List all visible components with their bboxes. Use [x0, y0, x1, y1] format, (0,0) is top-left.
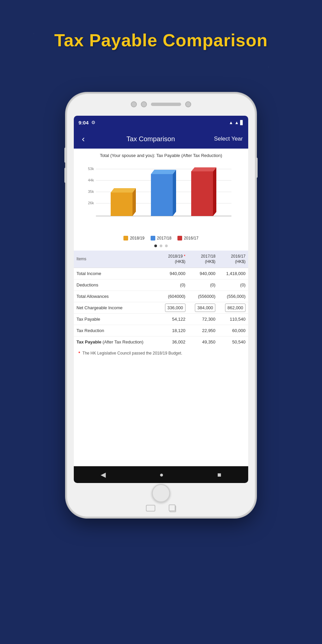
cell-allowances-2018: (604000) — [158, 291, 188, 302]
cell-allowances-2017: (556000) — [188, 291, 218, 302]
phone-bottom-bar — [146, 504, 176, 512]
page-dot-2[interactable] — [160, 245, 162, 247]
table-row: Net Chargeable Income 336,000 384,000 86… — [74, 302, 248, 314]
status-time: 9:04 — [78, 120, 89, 125]
power-button[interactable] — [255, 158, 258, 178]
highlighted-value-2016: 862,000 — [225, 304, 246, 312]
select-year-button[interactable]: Select Year — [214, 136, 243, 142]
legend-item-2016: 2016/17 — [177, 236, 198, 240]
legend-item-2018: 2018/19 — [123, 236, 144, 240]
cell-net-chargeable-2017: 384,000 — [188, 302, 218, 314]
cell-total-income-2016: 1,418,000 — [218, 268, 248, 279]
cell-tax-payable-2018: 54,122 — [158, 314, 188, 325]
cell-tax-reduction-2016: 60,000 — [218, 325, 248, 336]
svg-text:35k: 35k — [88, 190, 94, 194]
status-right: ▲ ▲ ▊ — [229, 120, 244, 125]
col-header-2016: 2016/17(HK$) — [218, 251, 248, 268]
page-dot-3[interactable] — [165, 245, 168, 247]
legend-color-2016 — [177, 236, 182, 240]
asterisk-marker: * — [184, 254, 185, 259]
volume-down-button[interactable] — [64, 168, 67, 183]
nav-back-button[interactable]: ◀ — [101, 471, 106, 479]
phone-mockup: 9:04 ⚙ ▲ ▲ ▊ ‹ Tax Comparison Select Yea… — [67, 94, 255, 517]
status-left: 9:04 ⚙ — [78, 120, 96, 125]
row-label-after-reduction: Tax Payable (After Tax Reduction) — [74, 336, 158, 348]
svg-text:44k: 44k — [88, 178, 94, 182]
cell-tax-payable-2016: 110,540 — [218, 314, 248, 325]
bar-2016-17-top — [191, 167, 216, 171]
nav-home-button[interactable]: ● — [159, 471, 163, 479]
cell-deductions-2017: (0) — [188, 279, 218, 291]
phone-back-btn — [169, 504, 176, 512]
cell-tax-reduction-2018: 18,120 — [158, 325, 188, 336]
cell-tax-payable-2017: 72,300 — [188, 314, 218, 325]
header-title: Tax Comparison — [126, 135, 175, 143]
volume-up-button[interactable] — [64, 148, 67, 163]
row-label-tax-reduction: Tax Reduction — [74, 325, 158, 336]
legend-color-2018 — [123, 236, 128, 240]
table-row: Total Allowances (604000) (556000) (556,… — [74, 291, 248, 302]
svg-text:53k: 53k — [88, 167, 94, 171]
cell-after-reduction-2016: 50,540 — [218, 336, 248, 348]
row-label-tax-payable: Tax Payable — [74, 314, 158, 325]
app-header: ‹ Tax Comparison Select Year — [74, 129, 248, 149]
nav-recent-button[interactable]: ■ — [217, 471, 221, 479]
bar-2018-19-side — [132, 188, 136, 216]
pagination-dots — [74, 243, 248, 251]
cell-tax-reduction-2017: 22,950 — [188, 325, 218, 336]
phone-speaker — [151, 103, 181, 106]
cell-after-reduction-2017: 49,350 — [188, 336, 218, 348]
bar-2017-18 — [151, 174, 173, 216]
table-row: Total Income 940,000 940,000 1,418,000 — [74, 268, 248, 279]
table-header-row: Items 2018/19 *(HK$) 2017/18(HK$) 2016/1… — [74, 251, 248, 268]
bar-chart: 53k 44k 35k 26k — [80, 164, 241, 228]
phone-top-bar — [131, 101, 191, 107]
highlighted-value-2018: 336,000 — [165, 304, 185, 312]
bar-2018-19-top — [111, 188, 136, 193]
phone-recent-btn — [146, 505, 155, 512]
col-subheader-2016: (HK$) — [235, 259, 246, 264]
legend-color-2017 — [151, 236, 155, 240]
legend-item-2017: 2017/18 — [151, 236, 171, 240]
footnote: * The HK Legislative Council passed the … — [74, 347, 248, 360]
bar-2017-18-side — [173, 170, 176, 216]
battery-icon: ▊ — [240, 120, 244, 125]
svg-text:26k: 26k — [88, 201, 94, 205]
bar-2016-17 — [191, 171, 213, 216]
page-title: Tax Payable Comparison — [0, 30, 322, 50]
bar-2017-18-top — [151, 170, 176, 174]
cell-deductions-2018: (0) — [158, 279, 188, 291]
table-row: Tax Payable 54,122 72,300 110,540 — [74, 314, 248, 325]
wifi-icon: ▲ — [229, 120, 233, 125]
footnote-text: The HK Legislative Council passed the 20… — [83, 351, 182, 356]
col-header-items: Items — [74, 251, 158, 268]
chart-area: 53k 44k 35k 26k — [74, 161, 248, 234]
phone-camera-right — [141, 101, 147, 107]
row-label-net-chargeable: Net Chargeable Income — [74, 302, 158, 314]
chart-subtitle: Total (Your spouse and you): Tax Payable… — [74, 149, 248, 161]
legend-label-2018: 2018/19 — [130, 236, 144, 240]
legend-label-2016: 2016/17 — [184, 236, 198, 240]
bar-2016-17-side — [213, 167, 216, 216]
cell-allowances-2016: (556,000) — [218, 291, 248, 302]
row-label-total-income: Total Income — [74, 268, 158, 279]
bar-2018-19 — [111, 193, 132, 216]
page-dot-1[interactable] — [154, 245, 157, 247]
highlighted-value-2017: 384,000 — [195, 304, 215, 312]
settings-icon: ⚙ — [91, 120, 96, 125]
data-table: Items 2018/19 *(HK$) 2017/18(HK$) 2016/1… — [74, 251, 248, 347]
phone-home-button[interactable] — [152, 484, 170, 502]
phone-headphone — [185, 101, 191, 107]
table-row: Tax Reduction 18,120 22,950 60,000 — [74, 325, 248, 336]
row-label-deductions: Deductions — [74, 279, 158, 291]
chart-legend: 2018/19 2017/18 2016/17 — [74, 234, 248, 243]
row-label-total-allowances: Total Allowances — [74, 291, 158, 302]
back-button[interactable]: ‹ — [79, 132, 88, 146]
signal-icon: ▲ — [234, 120, 239, 125]
col-subheader-2017: (HK$) — [205, 259, 215, 264]
cell-total-income-2018: 940,000 — [158, 268, 188, 279]
cell-net-chargeable-2016: 862,000 — [218, 302, 248, 314]
legend-label-2017: 2017/18 — [157, 236, 171, 240]
screen-content: Total (Your spouse and you): Tax Payable… — [74, 149, 248, 466]
col-header-2018: 2018/19 *(HK$) — [158, 251, 188, 268]
